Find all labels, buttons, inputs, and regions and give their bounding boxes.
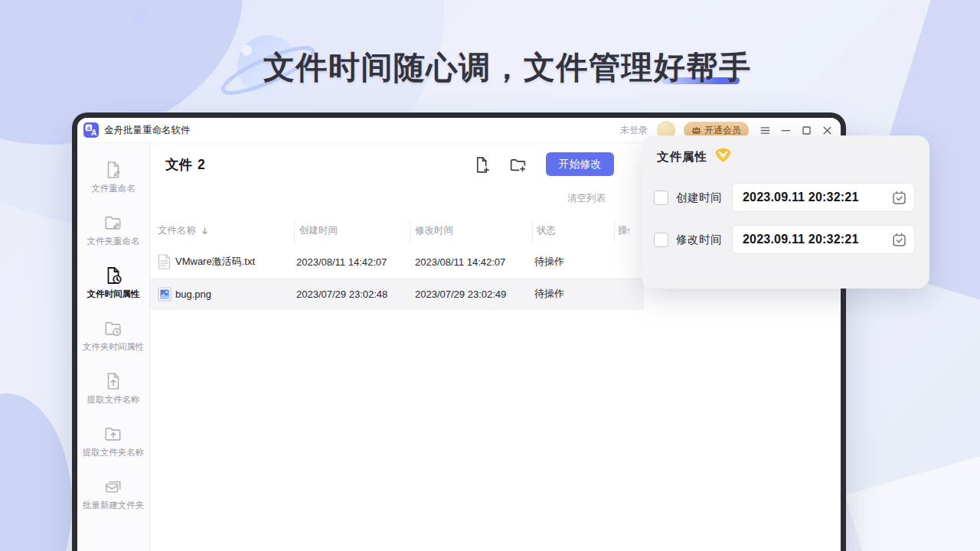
column-header-created: 创建时间 bbox=[299, 224, 338, 237]
window-controls bbox=[760, 125, 833, 136]
app-logo-icon: a A bbox=[83, 122, 99, 138]
file-created-time: 2023/08/11 14:42:07 bbox=[296, 246, 387, 278]
sidebar-item-folder-time[interactable]: 文件夹时间属性 bbox=[77, 309, 149, 362]
modified-time-input[interactable] bbox=[743, 233, 890, 246]
sidebar-item-batch-new-folder[interactable]: 批量新建文件夹 bbox=[77, 468, 149, 520]
modified-time-checkbox[interactable] bbox=[654, 233, 668, 247]
add-folder-button[interactable] bbox=[508, 155, 528, 174]
modified-time-label: 修改时间 bbox=[676, 233, 722, 247]
svg-text:a: a bbox=[87, 124, 91, 132]
calendar-check-icon[interactable] bbox=[890, 189, 907, 206]
txt-file-icon bbox=[158, 246, 171, 278]
sidebar-item-label: 文件夹重命名 bbox=[87, 236, 140, 247]
sidebar-item-label: 文件时间属性 bbox=[87, 289, 140, 300]
created-time-checkbox[interactable] bbox=[654, 191, 668, 205]
add-file-icon bbox=[472, 155, 492, 174]
column-divider bbox=[410, 220, 410, 243]
banner-title: 文件时间随心调，文件管理好帮手 bbox=[263, 47, 752, 89]
sidebar-item-label: 提取文件名称 bbox=[87, 394, 140, 406]
panel-title: 文件属性 bbox=[657, 149, 707, 165]
table-row[interactable]: VMware激活码.txt 2023/08/11 14:42:07 2023/0… bbox=[150, 246, 644, 278]
extract-folder-name-icon bbox=[103, 424, 123, 444]
add-file-button[interactable] bbox=[472, 155, 492, 174]
add-folder-icon bbox=[508, 155, 528, 174]
table-row[interactable]: bug.png 2023/07/29 23:02:48 2023/07/29 2… bbox=[150, 278, 644, 310]
file-rename-icon bbox=[103, 160, 123, 180]
column-divider bbox=[532, 220, 533, 243]
sidebar-item-label: 提取文件夹名称 bbox=[83, 447, 145, 458]
sidebar-item-file-time[interactable]: 文件时间属性 bbox=[77, 256, 149, 309]
crown-icon bbox=[691, 126, 701, 135]
close-icon[interactable] bbox=[822, 125, 833, 136]
column-header-modified: 修改时间 bbox=[415, 224, 453, 237]
clear-list-button[interactable]: 清空列表 bbox=[567, 192, 606, 205]
bg-blob-bottom-left bbox=[0, 393, 72, 551]
maximize-icon[interactable] bbox=[801, 125, 812, 136]
png-file-icon bbox=[158, 278, 172, 310]
bg-blob-bottom-right bbox=[845, 427, 980, 551]
page-title: 文件2 bbox=[165, 155, 205, 174]
page-title-text: 文件 bbox=[165, 157, 192, 172]
column-divider bbox=[614, 220, 615, 243]
column-header-name-label: 文件名称 bbox=[158, 224, 196, 237]
file-count: 2 bbox=[198, 157, 205, 172]
calendar-check-icon[interactable] bbox=[890, 231, 907, 248]
file-name: VMware激活码.txt bbox=[175, 246, 255, 278]
sidebar-item-extract-file-name[interactable]: 提取文件名称 bbox=[77, 362, 149, 415]
menu-icon[interactable] bbox=[760, 125, 771, 136]
status-badge: 待操作 bbox=[534, 278, 564, 310]
sort-desc-icon[interactable] bbox=[201, 227, 209, 236]
modified-time-field bbox=[732, 225, 915, 254]
column-header-status: 状态 bbox=[537, 224, 556, 237]
file-modified-time: 2023/07/29 23:02:49 bbox=[415, 278, 506, 310]
created-time-label: 创建时间 bbox=[676, 191, 722, 205]
file-name: bug.png bbox=[175, 278, 211, 310]
bg-dot-top bbox=[132, 9, 148, 25]
folder-rename-icon bbox=[103, 213, 123, 233]
created-time-input[interactable] bbox=[743, 191, 890, 204]
file-created-time: 2023/07/29 23:02:48 bbox=[296, 278, 387, 310]
sidebar-item-label: 文件夹时间属性 bbox=[83, 341, 145, 353]
file-time-icon bbox=[103, 266, 123, 285]
column-divider bbox=[294, 220, 295, 243]
svg-text:A: A bbox=[91, 129, 96, 137]
screenshot-stage: 文件时间随心调，文件管理好帮手 a A 金舟批量重命名软件 未登录 bbox=[0, 0, 980, 551]
sidebar-item-label: 文件重命名 bbox=[91, 183, 136, 194]
created-time-field bbox=[732, 183, 915, 212]
vip-badge-icon[interactable] bbox=[714, 147, 732, 163]
sidebar-item-extract-folder-name[interactable]: 提取文件夹名称 bbox=[77, 415, 149, 468]
start-modify-button[interactable]: 开始修改 bbox=[546, 152, 614, 176]
member-button-label: 开通会员 bbox=[704, 124, 741, 137]
login-status[interactable]: 未登录 bbox=[620, 124, 648, 137]
status-badge: 待操作 bbox=[534, 246, 564, 278]
app-title: 金舟批量重命名软件 bbox=[104, 124, 191, 137]
minimize-icon[interactable] bbox=[780, 125, 792, 136]
sidebar-item-file-rename[interactable]: 文件重命名 bbox=[77, 151, 149, 204]
extract-file-name-icon bbox=[103, 371, 123, 391]
sidebar: 文件重命名 文件夹重命名 bbox=[77, 143, 150, 551]
sidebar-item-folder-rename[interactable]: 文件夹重命名 bbox=[77, 204, 149, 256]
sidebar-item-label: 批量新建文件夹 bbox=[83, 500, 145, 511]
folder-time-icon bbox=[103, 318, 123, 338]
file-modified-time: 2023/08/11 14:42:07 bbox=[415, 246, 505, 278]
column-header-name[interactable]: 文件名称 bbox=[158, 224, 209, 237]
file-properties-panel: 文件属性 创建时间 bbox=[642, 135, 929, 289]
column-header-operation: 操作 bbox=[618, 224, 629, 237]
batch-new-folder-icon bbox=[103, 477, 123, 497]
